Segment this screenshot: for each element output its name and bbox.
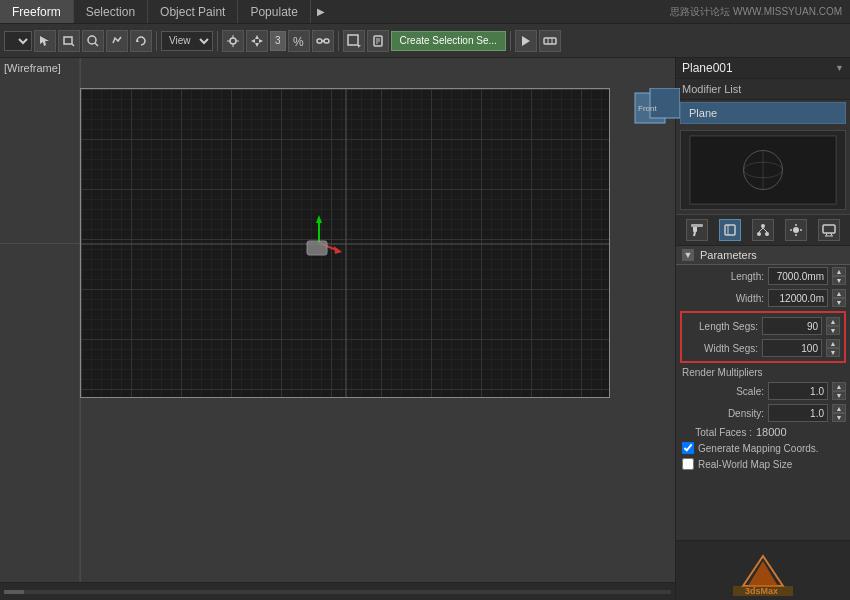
length-segs-spin-down[interactable]: ▼ bbox=[826, 326, 840, 335]
top-menu-bar: Freeform Selection Object Paint Populate… bbox=[0, 0, 850, 24]
width-segs-param-row: Width Segs: ▲ ▼ bbox=[682, 337, 844, 359]
viewport-canvas[interactable] bbox=[80, 88, 610, 398]
svg-point-50 bbox=[761, 224, 765, 228]
density-input[interactable] bbox=[768, 404, 828, 422]
create-selection-btn[interactable]: Create Selection Se... bbox=[391, 31, 506, 51]
anim-mode-btn[interactable] bbox=[539, 30, 561, 52]
pipe-icon[interactable] bbox=[719, 219, 741, 241]
svg-line-54 bbox=[763, 228, 767, 232]
playback-btn[interactable] bbox=[515, 30, 537, 52]
toolbar-badge-3: 3 bbox=[270, 31, 286, 51]
scale-spin-up[interactable]: ▲ bbox=[832, 382, 846, 391]
svg-rect-1 bbox=[64, 37, 72, 44]
menu-more-arrow[interactable]: ▶ bbox=[311, 3, 331, 20]
svg-rect-60 bbox=[823, 225, 835, 233]
scale-spinner[interactable]: ▲ ▼ bbox=[832, 382, 846, 400]
tab-freeform[interactable]: Freeform bbox=[0, 0, 74, 23]
svg-point-55 bbox=[793, 227, 799, 233]
fence-select-btn[interactable] bbox=[106, 30, 128, 52]
width-segs-input[interactable] bbox=[762, 339, 822, 357]
transform-gizmo bbox=[289, 213, 349, 273]
svg-marker-12 bbox=[255, 43, 259, 47]
object-name-expand[interactable]: ▼ bbox=[835, 63, 844, 73]
left-h-divider bbox=[0, 243, 80, 244]
length-spin-down[interactable]: ▼ bbox=[832, 276, 846, 285]
modifier-list-label: Modifier List bbox=[676, 79, 850, 100]
width-segs-spinner[interactable]: ▲ ▼ bbox=[826, 339, 840, 357]
select-dropdown[interactable]: All bbox=[4, 31, 32, 51]
panel-icons-row bbox=[676, 214, 850, 246]
svg-text:3dsMax: 3dsMax bbox=[745, 586, 778, 596]
density-spin-up[interactable]: ▲ bbox=[832, 404, 846, 413]
svg-marker-13 bbox=[251, 39, 255, 43]
scale-input[interactable] bbox=[768, 382, 828, 400]
length-segs-spin-up[interactable]: ▲ bbox=[826, 317, 840, 326]
snap-btn[interactable] bbox=[222, 30, 244, 52]
generate-mapping-checkbox[interactable] bbox=[682, 442, 694, 454]
main-content: [Wireframe] Front bbox=[0, 58, 850, 600]
width-segs-spin-down[interactable]: ▼ bbox=[826, 348, 840, 357]
realworld-map-checkbox[interactable] bbox=[682, 458, 694, 470]
svg-point-6 bbox=[230, 38, 236, 44]
rect-select-btn[interactable] bbox=[58, 30, 80, 52]
nav-cube[interactable]: Front bbox=[630, 88, 680, 138]
viewport-area[interactable]: [Wireframe] Front bbox=[0, 58, 675, 600]
svg-marker-0 bbox=[40, 36, 49, 46]
cursor-tool-btn[interactable] bbox=[34, 30, 56, 52]
svg-marker-25 bbox=[522, 36, 530, 46]
width-spin-up[interactable]: ▲ bbox=[832, 289, 846, 298]
svg-marker-20 bbox=[358, 45, 361, 48]
svg-marker-37 bbox=[316, 215, 322, 223]
light-icon[interactable] bbox=[785, 219, 807, 241]
svg-line-53 bbox=[759, 228, 763, 232]
tab-selection[interactable]: Selection bbox=[74, 0, 148, 23]
hammer-icon[interactable] bbox=[686, 219, 708, 241]
density-param-row: Density: ▲ ▼ bbox=[676, 402, 850, 424]
generate-mapping-label: Generate Mapping Coords. bbox=[698, 443, 819, 454]
svg-rect-26 bbox=[544, 38, 556, 44]
width-spin-down[interactable]: ▼ bbox=[832, 298, 846, 307]
main-toolbar: All View Top Front Side 3 % Create Selec… bbox=[0, 24, 850, 58]
modifier-item-plane[interactable]: Plane bbox=[680, 102, 846, 124]
tab-populate[interactable]: Populate bbox=[238, 0, 310, 23]
circle-select-btn[interactable] bbox=[82, 30, 104, 52]
length-segs-param-row: Length Segs: ▲ ▼ bbox=[682, 315, 844, 337]
move-btn[interactable] bbox=[246, 30, 268, 52]
object-name-bar: Plane001 ▼ bbox=[676, 58, 850, 79]
length-segs-spinner[interactable]: ▲ ▼ bbox=[826, 317, 840, 335]
params-collapse-btn[interactable]: ▼ bbox=[682, 249, 694, 261]
svg-point-51 bbox=[757, 232, 761, 236]
length-input[interactable] bbox=[768, 267, 828, 285]
scale-spin-down[interactable]: ▼ bbox=[832, 391, 846, 400]
length-segs-input[interactable] bbox=[762, 317, 822, 335]
svg-rect-40 bbox=[307, 241, 327, 255]
scale-param-row: Scale: ▲ ▼ bbox=[676, 380, 850, 402]
percent-btn[interactable]: % bbox=[288, 30, 310, 52]
paint-tool-btn[interactable] bbox=[367, 30, 389, 52]
transform-btn[interactable] bbox=[343, 30, 365, 52]
svg-line-4 bbox=[95, 43, 98, 46]
rotate-btn[interactable] bbox=[130, 30, 152, 52]
svg-marker-11 bbox=[255, 35, 259, 39]
length-spin-up[interactable]: ▲ bbox=[832, 267, 846, 276]
width-spinner[interactable]: ▲ ▼ bbox=[832, 289, 846, 307]
link-btn[interactable] bbox=[312, 30, 334, 52]
width-segs-spin-up[interactable]: ▲ bbox=[826, 339, 840, 348]
density-spin-down[interactable]: ▼ bbox=[832, 413, 846, 422]
view-select-dropdown[interactable]: View Top Front Side bbox=[161, 31, 213, 51]
density-spinner[interactable]: ▲ ▼ bbox=[832, 404, 846, 422]
tab-object-paint[interactable]: Object Paint bbox=[148, 0, 238, 23]
svg-rect-46 bbox=[691, 224, 703, 227]
svg-line-2 bbox=[72, 44, 74, 46]
generate-mapping-row: Generate Mapping Coords. bbox=[676, 440, 850, 456]
fork-icon[interactable] bbox=[752, 219, 774, 241]
params-title: Parameters bbox=[700, 249, 757, 261]
screen-icon[interactable] bbox=[818, 219, 840, 241]
bottom-logo: 3dsMax bbox=[676, 540, 850, 600]
toolbar-sep-1 bbox=[156, 31, 157, 51]
length-spinner[interactable]: ▲ ▼ bbox=[832, 267, 846, 285]
width-label: Width: bbox=[694, 293, 764, 304]
width-input[interactable] bbox=[768, 289, 828, 307]
timeline-strip bbox=[0, 582, 675, 600]
toolbar-sep-3 bbox=[338, 31, 339, 51]
